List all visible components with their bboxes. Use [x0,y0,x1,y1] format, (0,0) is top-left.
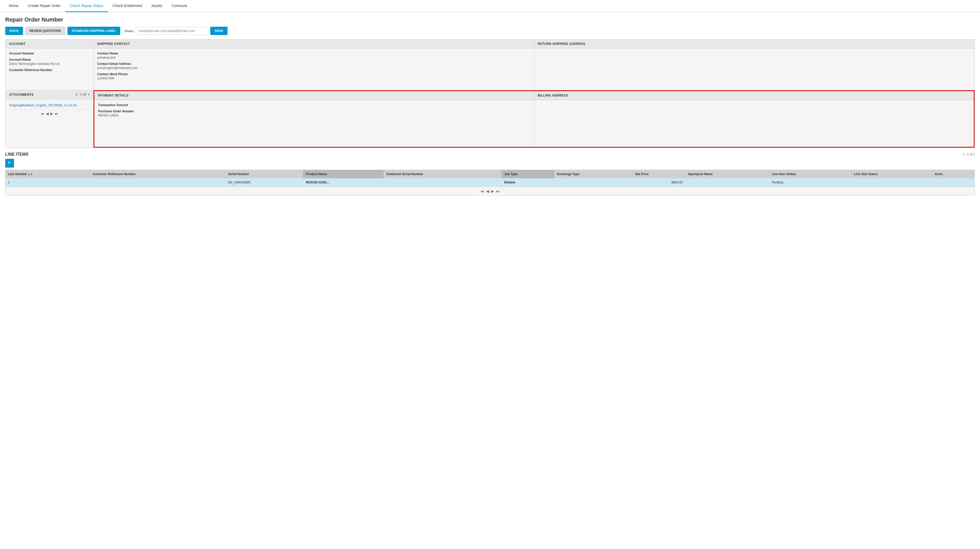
share-label: Share [124,29,134,33]
nav-item-assets[interactable]: Assets [147,0,167,12]
payment-body: Transaction Amount Purchase Order Number… [94,100,534,147]
line-items-table: Line Number▲▼ Customer Reference Number … [5,170,975,187]
account-panel: ACCOUNT Account Number Account Name Zebr… [5,40,94,90]
account-body: Account Number Account Name Zebra Techno… [5,48,93,90]
contact-name-label: Contact Name [97,52,530,55]
account-name-label: Account Name [9,58,90,62]
cell-sparepool-name [685,178,769,187]
contact-name-value: portalreg test [97,56,530,59]
col-job-type[interactable]: Job Type [501,170,554,178]
cell-invoice [932,178,975,187]
table-first-icon[interactable]: ⏮ [480,189,484,193]
return-shipping-panel: RETURN SHIPPING ADDRESS [534,40,975,90]
cell-product-name: MC9190-G30S... [303,178,383,187]
nav-item-create-repair-order[interactable]: Create Repair Order [23,0,65,12]
col-customer-ref[interactable]: Customer Reference Number [90,170,225,178]
nav-item-contracts[interactable]: Contracts [167,0,192,12]
col-line-item-status[interactable]: Line Item Status [769,170,851,178]
contact-phone-value: 1234567890 [97,77,530,80]
return-shipping-header: RETURN SHIPPING ADDRESS [534,40,975,48]
col-serial-number[interactable]: Serial Number [225,170,303,178]
cell-exchange-type [554,178,632,187]
cell-job-type: Billable [501,178,554,187]
page-content: Repair Order Number BACK REVIEW QUOTATIO… [0,12,980,200]
attach-prev-icon[interactable]: ◀ [46,112,49,116]
col-outbound-serial[interactable]: Outbound Serial Number [383,170,501,178]
attachment-link[interactable]: ShippingManifest1_English_30725594_11-10… [9,102,90,108]
table-row[interactable]: 1 SN_UNKNOWN MC9190-G30S... Billable $84… [5,178,975,187]
line-items-count: 1 - 1 of 1 [963,153,975,156]
nav-item-check-entitlement[interactable]: Check Entitlement [108,0,147,12]
payment-header: PAYMENT DETAILS [94,91,534,100]
line-items-header-row: LINE ITEMS 1 - 1 of 1 [5,152,975,157]
attachments-count: 1 - 1 of 1 [75,93,90,96]
col-invoice[interactable]: Invoi... [932,170,975,178]
col-net-price[interactable]: Net Price [632,170,685,178]
table-header-row: Line Number▲▼ Customer Reference Number … [5,170,975,178]
purchase-order-label: Purchase Order Number [98,110,530,113]
cell-customer-ref [90,178,225,187]
attach-first-icon[interactable]: ⏮ [41,112,45,116]
col-sparepool-name[interactable]: Sparepool Name [685,170,769,178]
cell-line-sub-status [851,178,932,187]
line-items-title: LINE ITEMS [5,152,29,157]
send-button[interactable]: SEND [210,27,228,35]
attachments-header: ATTACHMENTS 1 - 1 of 1 [5,90,93,99]
payment-panel: PAYMENT DETAILS Transaction Amount Purch… [94,91,534,147]
customer-ref-label: Customer Reference Number [9,68,90,72]
info-panels-top: ACCOUNT Account Number Account Name Zebr… [5,39,975,90]
attach-next-icon[interactable]: ▶ [50,112,53,116]
contact-phone-label: Contact Work Phone [97,72,530,76]
share-email-input[interactable] [135,27,208,35]
billing-header: BILLING ADDRESS [534,91,974,100]
attachments-title: ATTACHMENTS [9,93,34,97]
account-number-label: Account Number [9,52,90,55]
cell-net-price: $840.80 [632,178,685,187]
nav-item-check-repair-status[interactable]: Check Repair Status [65,0,108,12]
nav-item-home[interactable]: Home [4,0,23,12]
cell-outbound-serial [383,178,501,187]
col-line-sub-status[interactable]: Line Sub Status [851,170,932,178]
transaction-amount-label: Transaction Amount [98,103,530,107]
attachments-body: ShippingManifest1_English_30725594_11-10… [5,99,93,146]
table-prev-icon[interactable]: ◀ [486,189,489,193]
table-next-icon[interactable]: ▶ [491,189,494,193]
table-pagination: ⏮ ◀ ▶ ⏭ [5,187,975,195]
return-shipping-body [534,48,975,90]
info-panels-bottom: ATTACHMENTS 1 - 1 of 1 ShippingManifest1… [5,90,975,148]
shipping-contact-body: Contact Name portalreg test Contact Emai… [94,48,534,90]
billing-panel: BILLING ADDRESS [534,91,974,147]
attach-last-icon[interactable]: ⏭ [55,112,58,116]
billing-body [534,100,974,147]
contact-email-value: portalregtest@mailinator.com [97,66,530,70]
col-exchange-type[interactable]: Exchange Type [554,170,632,178]
line-items-search-button[interactable]: 🔍 [5,159,14,168]
attachments-pagination: ⏮ ◀ ▶ ⏭ [9,109,90,118]
cell-line-item-status: Pending [769,178,851,187]
shipping-contact-header: SHIPPING CONTACT [94,40,534,48]
contact-email-label: Contact Email Address [97,62,530,65]
cell-serial-number: SN_UNKNOWN [225,178,303,187]
navigation-bar: HomeCreate Repair OrderCheck Repair Stat… [0,0,980,12]
back-button[interactable]: BACK [5,27,23,35]
attachments-panel: ATTACHMENTS 1 - 1 of 1 ShippingManifest1… [5,90,94,148]
purchase-order-value: REFER LINES [98,113,530,117]
account-name-value: Zebra Technologies Australia Pty Ltd [9,62,90,65]
search-icon: 🔍 [8,161,12,165]
shipping-contact-panel: SHIPPING CONTACT Contact Name portalreg … [94,40,534,90]
col-line-number[interactable]: Line Number▲▼ [5,170,90,178]
table-last-icon[interactable]: ⏭ [496,189,500,193]
payment-billing-wrapper: PAYMENT DETAILS Transaction Amount Purch… [94,90,975,148]
cell-line-number: 1 [5,178,90,187]
toolbar: BACK REVIEW QUOTATION STANDARD SHIPPING … [5,27,975,35]
line-items-table-wrapper: Line Number▲▼ Customer Reference Number … [5,170,975,196]
page-title: Repair Order Number [5,16,975,23]
sort-icon: ▲▼ [28,173,33,176]
account-header: ACCOUNT [5,40,93,48]
standard-shipping-label-button[interactable]: STANDARD SHIPPING LABEL [67,27,120,35]
col-product-name[interactable]: Product Name [303,170,383,178]
review-quotation-button[interactable]: REVIEW QUOTATION [25,27,65,35]
